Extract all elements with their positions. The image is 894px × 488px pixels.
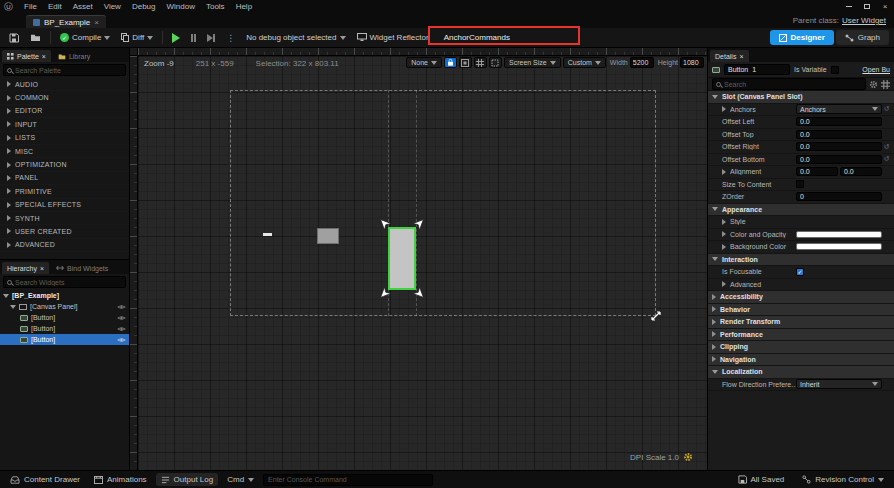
is-focusable-checkbox[interactable]: ✓ (796, 268, 804, 276)
animations-button[interactable]: Animations (89, 473, 152, 486)
section-render-transform[interactable]: Render Transform (708, 316, 894, 329)
output-log-button[interactable]: Output Log (156, 473, 219, 486)
tab-palette[interactable]: Palette × (2, 50, 51, 62)
width-field[interactable] (630, 57, 654, 68)
is-variable-checkbox[interactable] (831, 66, 839, 74)
widget-reflector-button[interactable]: Widget Reflector (353, 31, 433, 44)
browse-content-button[interactable] (26, 31, 45, 44)
tree-item-canvas-panel[interactable]: [Canvas Panel] (0, 301, 129, 312)
palette-category-audio[interactable]: AUDIO (0, 78, 129, 91)
section-performance[interactable]: Performance (708, 329, 894, 342)
anchors-dropdown[interactable]: Anchors (796, 104, 882, 114)
graph-mode-button[interactable]: Graph (836, 30, 889, 45)
anchor-commands-field[interactable]: AnchorCommands (436, 30, 518, 45)
details-search[interactable] (712, 78, 866, 90)
visibility-eye-icon[interactable] (117, 337, 126, 343)
tab-library[interactable]: Library (53, 50, 95, 62)
minimize-button[interactable] (840, 0, 858, 13)
section-appearance[interactable]: Appearance (708, 204, 894, 217)
row-style[interactable]: Style (708, 216, 894, 229)
section-localization[interactable]: Localization (708, 366, 894, 379)
tab-close-icon[interactable]: × (94, 18, 99, 27)
collapse-icon[interactable] (3, 294, 9, 298)
palette-category-misc[interactable]: MISC (0, 145, 129, 158)
reset-property-icon[interactable]: ↺ (882, 143, 891, 151)
play-options-button[interactable]: ⋮ (222, 32, 239, 44)
palette-category-primitive[interactable]: PRIMITIVE (0, 185, 129, 198)
menu-view[interactable]: View (99, 1, 126, 12)
expand-icon[interactable] (7, 135, 11, 141)
frame-skip-button[interactable] (203, 32, 219, 44)
tab-bp-example[interactable]: BP_Example × (26, 15, 106, 28)
section-clipping[interactable]: Clipping (708, 341, 894, 354)
palette-category-editor[interactable]: EDITOR (0, 105, 129, 118)
expand-icon[interactable] (722, 231, 726, 237)
widget-button-small[interactable] (263, 233, 272, 236)
tree-root-bp-example[interactable]: [BP_Example] (0, 290, 129, 301)
parent-class-link[interactable]: User Widget (842, 16, 886, 25)
reset-property-icon[interactable]: ↺ (882, 105, 891, 113)
reset-property-icon[interactable]: ↺ (882, 155, 891, 163)
palette-search-input[interactable] (15, 67, 122, 74)
restore-button[interactable] (858, 0, 876, 13)
fill-rule-dropdown[interactable]: None (406, 57, 442, 68)
diff-dropdown-icon[interactable] (147, 36, 153, 40)
palette-category-lists[interactable]: LISTS (0, 132, 129, 145)
compile-dropdown-icon[interactable] (104, 36, 110, 40)
menu-tools[interactable]: Tools (201, 1, 230, 12)
all-saved-button[interactable]: All Saved (733, 473, 790, 486)
color-opacity-swatch[interactable] (796, 231, 882, 238)
alignment-x-field[interactable] (796, 167, 838, 176)
expand-icon[interactable] (7, 121, 11, 127)
menu-help[interactable]: Help (231, 1, 257, 12)
tab-details[interactable]: Details × (710, 50, 749, 62)
section-behavior[interactable]: Behavior (708, 304, 894, 317)
background-color-swatch[interactable] (796, 243, 882, 250)
save-button[interactable] (5, 31, 23, 45)
menu-edit[interactable]: Edit (43, 1, 67, 12)
palette-search[interactable] (3, 64, 126, 76)
expand-icon[interactable] (722, 244, 726, 250)
visibility-eye-icon[interactable] (117, 326, 126, 332)
offset-right-field[interactable] (796, 142, 882, 151)
alignment-y-field[interactable] (840, 167, 882, 176)
details-search-input[interactable] (724, 81, 862, 88)
tab-hierarchy[interactable]: Hierarchy × (2, 262, 49, 274)
menu-window[interactable]: Window (161, 1, 199, 12)
size-preset-dropdown[interactable]: Custom (563, 57, 606, 68)
tree-item-button-0[interactable]: [Button] (0, 312, 129, 323)
console-command-input[interactable] (263, 474, 433, 486)
hierarchy-tab-close-icon[interactable]: × (40, 265, 44, 272)
expand-icon[interactable] (7, 95, 11, 101)
palette-category-optimization[interactable]: OPTIMIZATION (0, 158, 129, 171)
palette-category-special-effects[interactable]: SPECIAL EFFECTS (0, 199, 129, 212)
expand-icon[interactable] (722, 219, 726, 225)
visibility-eye-icon[interactable] (117, 304, 126, 310)
expand-icon[interactable] (7, 175, 11, 181)
menu-debug[interactable]: Debug (127, 1, 161, 12)
settings-gear-icon[interactable] (869, 80, 878, 89)
palette-category-synth[interactable]: SYNTH (0, 212, 129, 225)
compile-button[interactable]: ✓ Compile (56, 31, 114, 44)
expand-icon[interactable] (7, 81, 11, 87)
expand-icon[interactable] (7, 108, 11, 114)
expand-icon[interactable] (7, 162, 11, 168)
expand-icon[interactable] (722, 169, 726, 175)
palette-category-panel[interactable]: PANEL (0, 172, 129, 185)
hierarchy-search[interactable] (3, 276, 126, 288)
expand-icon[interactable] (7, 148, 11, 154)
dpi-settings-gear-icon[interactable] (683, 452, 693, 462)
tree-item-button-1[interactable]: [Button] (0, 323, 129, 334)
menu-file[interactable]: File (19, 1, 42, 12)
tree-item-button-2-selected[interactable]: [Button] (0, 334, 129, 345)
section-interaction[interactable]: Interaction (708, 254, 894, 267)
designer-viewport[interactable]: Zoom -9 251 x -559 Selection: 322 x 803.… (130, 48, 707, 470)
expand-icon[interactable] (7, 202, 11, 208)
section-slot[interactable]: Slot (Canvas Panel Slot) (708, 91, 894, 104)
debug-object-dropdown[interactable]: No debug object selected (242, 31, 349, 44)
widget-button-selected[interactable] (388, 227, 416, 290)
widget-button-medium[interactable] (317, 228, 339, 244)
menu-asset[interactable]: Asset (68, 1, 98, 12)
offset-top-field[interactable] (796, 130, 882, 139)
offset-bottom-field[interactable] (796, 155, 882, 164)
